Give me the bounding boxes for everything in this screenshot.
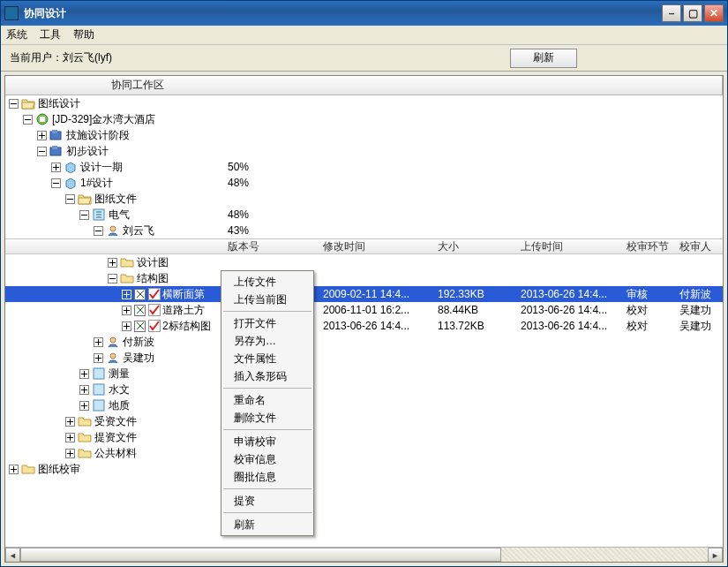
tree-user-fu[interactable]: 付新波 [5, 334, 723, 350]
ctx-rename[interactable]: 重命名 [221, 391, 313, 409]
tree-user-liu[interactable]: 刘云飞 43% [5, 223, 723, 238]
tree-user-wu[interactable]: 吴建功 [5, 350, 723, 366]
tree-shejitu[interactable]: 设计图 [5, 254, 723, 270]
refresh-button[interactable]: 刷新 [510, 49, 577, 68]
separator-icon [223, 488, 311, 489]
expander-icon[interactable] [122, 306, 131, 315]
ctx-circleinfo[interactable]: 圈批信息 [221, 468, 313, 486]
close-button[interactable]: ✕ [704, 4, 724, 22]
expander-icon[interactable] [108, 258, 117, 268]
col-size: 大小 [434, 239, 517, 254]
tree-phase-tech[interactable]: 技施设计阶段 [5, 127, 723, 143]
cell-modtime: 2013-06-26 14:4... [319, 320, 434, 332]
tree-jiegoutu[interactable]: 结构图 [5, 270, 723, 286]
tree-hydro[interactable]: 水文 [5, 382, 723, 397]
tree-phase-pre[interactable]: 初步设计 [5, 143, 723, 159]
file-row[interactable]: 道路土方 2006-11-01 16:2... 88.44KB 2013-06-… [5, 302, 723, 318]
tree-elec[interactable]: 电气 48% [5, 207, 723, 223]
tree-design1[interactable]: 设计一期 50% [5, 159, 723, 175]
pct-value: 48% [224, 208, 319, 221]
svg-point-52 [110, 353, 116, 359]
cell-size: 88.44KB [434, 304, 517, 316]
cell-step: 校对 [623, 319, 676, 334]
minimize-button[interactable]: – [662, 4, 681, 22]
ctx-barcode[interactable]: 插入条形码 [221, 367, 313, 385]
checkbox-icon[interactable] [134, 321, 146, 332]
cell-reviewer: 吴建功 [676, 319, 723, 334]
expander-icon[interactable] [9, 99, 19, 109]
col-modtime: 修改时间 [319, 239, 434, 254]
tree-doc-folder[interactable]: 图纸文件 [5, 191, 723, 207]
expander-icon[interactable] [122, 321, 131, 331]
expander-icon[interactable] [79, 210, 89, 220]
expander-icon[interactable] [37, 147, 47, 156]
menu-system[interactable]: 系统 [6, 27, 27, 42]
tree-root-review[interactable]: 图纸校审 [5, 461, 723, 477]
user-icon [106, 223, 120, 238]
top-column-header: 协同工作区 [5, 76, 723, 95]
tree-shoushen[interactable]: 受资文件 [5, 413, 723, 429]
folder-icon [120, 271, 134, 285]
ctx-upload[interactable]: 上传文件 [221, 273, 313, 291]
ctx-open[interactable]: 打开文件 [221, 314, 313, 332]
workspace-header-label: 协同工作区 [111, 78, 164, 93]
scroll-left-icon[interactable]: ◄ [5, 548, 20, 563]
expander-icon[interactable] [37, 131, 47, 140]
expander-icon[interactable] [79, 401, 89, 411]
tree-root-drawings[interactable]: 图纸设计 [5, 95, 723, 111]
dwg-check-icon [148, 304, 161, 316]
tree-tizi[interactable]: 提资文件 [5, 429, 723, 445]
expander-icon[interactable] [65, 194, 75, 204]
maximize-button[interactable]: ▢ [683, 4, 702, 22]
col-step: 校审环节 [623, 239, 676, 254]
expander-icon[interactable] [94, 226, 103, 236]
svg-rect-5 [40, 117, 45, 122]
expander-icon[interactable] [94, 337, 103, 347]
tree-survey[interactable]: 测量 [5, 366, 723, 382]
tree-public[interactable]: 公共材料 [5, 445, 723, 461]
separator-icon [223, 429, 311, 430]
folder-open-icon [21, 96, 35, 110]
expander-icon[interactable] [65, 417, 75, 427]
col-uptime: 上传时间 [517, 239, 623, 254]
ctx-apply[interactable]: 申请校审 [221, 433, 313, 450]
scroll-right-icon[interactable]: ► [708, 548, 723, 563]
expander-icon[interactable] [51, 178, 61, 188]
expander-icon[interactable] [79, 385, 89, 395]
cell-step: 审核 [623, 287, 676, 302]
expander-icon[interactable] [94, 353, 103, 363]
folder-icon [78, 414, 92, 428]
ctx-reviewinfo[interactable]: 校审信息 [221, 450, 313, 468]
ctx-props[interactable]: 文件属性 [221, 350, 313, 367]
expander-icon[interactable] [122, 290, 131, 299]
horizontal-scrollbar[interactable]: ◄ ► [5, 547, 723, 562]
menu-help[interactable]: 帮助 [73, 27, 94, 42]
ctx-tizi[interactable]: 提资 [221, 492, 313, 510]
expander-icon[interactable] [9, 465, 19, 474]
menubar: 系统 工具 帮助 [1, 26, 727, 45]
file-row[interactable]: 2标结构图 2013-06-26 14:4... 113.72KB 2013-0… [5, 318, 723, 334]
expander-icon[interactable] [108, 274, 117, 284]
expander-icon[interactable] [65, 449, 75, 458]
expander-icon[interactable] [65, 433, 75, 442]
ctx-refresh[interactable]: 刷新 [221, 516, 313, 533]
cube-icon [64, 160, 78, 174]
scroll-thumb[interactable] [20, 548, 501, 562]
ctx-upload-cur[interactable]: 上传当前图 [221, 291, 313, 308]
checkbox-icon[interactable] [134, 305, 146, 316]
tree-geo[interactable]: 地质 [5, 397, 723, 413]
tree-project[interactable]: [JD-329]金水湾大酒店 [5, 111, 723, 127]
menu-tools[interactable]: 工具 [40, 27, 61, 42]
scroll-track[interactable] [20, 548, 708, 562]
ctx-saveas[interactable]: 另存为… [221, 332, 313, 350]
tree-design1h[interactable]: 1#设计 48% [5, 175, 723, 191]
file-row-selected[interactable]: 横断面第 1 2009-02-11 14:4... 192.33KB 2013-… [5, 286, 723, 302]
ctx-delete[interactable]: 删除文件 [221, 409, 313, 427]
expander-icon[interactable] [51, 163, 61, 172]
window-title: 协同设计 [24, 6, 662, 21]
cell-modtime: 2009-02-11 14:4... [319, 288, 434, 300]
expander-icon[interactable] [79, 369, 89, 379]
titlebar: 协同设计 – ▢ ✕ [1, 1, 727, 26]
expander-icon[interactable] [23, 115, 33, 125]
checkbox-icon[interactable] [134, 289, 146, 300]
